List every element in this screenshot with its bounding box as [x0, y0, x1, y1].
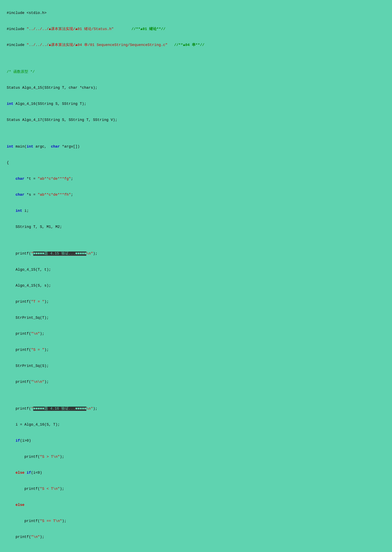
line-strprint-T: StrPrint_Sq(T); — [7, 316, 49, 320]
line-sstring-decl: SString T, S, M1, M2; — [7, 225, 62, 229]
line-strprint-S: StrPrint_Sq(S); — [7, 364, 49, 368]
line-printf-T: printf("T = "); — [7, 300, 49, 304]
line-printf-n2: printf("\n"); — [7, 535, 44, 539]
line-include-stdio: #include <stdio.h> — [7, 11, 47, 15]
line-printf-newline1: printf("\n"); — [7, 332, 44, 336]
line-include-seq: #include "../../../▲课本算法实现/▲04 串/01 Sequ… — [7, 43, 204, 47]
line-open-brace-main: { — [7, 161, 9, 165]
line-printf-415: printf("■■■■■题 4.15 验证...■■■■■\n"); — [7, 252, 97, 256]
line-algo416: i = Algo_4_16(S, T); — [7, 423, 60, 427]
line-comment-prototype: /* 函数原型 */ — [7, 70, 35, 74]
line-if-i-gt: if(i>0) — [7, 439, 31, 443]
line-int-i: int i; — [7, 209, 29, 213]
line-char-t: char *t = "ab**c*de***fg"; — [7, 177, 73, 181]
line-else-if-i-lt: else if(i<0) — [7, 471, 42, 475]
line-proto-15: Status Algo_4_15(SString T, char *chars)… — [7, 86, 97, 90]
line-char-s: char *s = "ab**c*de***fh"; — [7, 193, 73, 197]
line-printf-seq: printf("S == T\n"); — [7, 519, 66, 523]
line-printf-slt: printf("S < T\n"); — [7, 487, 64, 491]
line-else1: else — [7, 503, 24, 507]
line-algo415-t: Algo_4_15(T, t); — [7, 268, 51, 272]
line-printf-S: printf("S = "); — [7, 348, 49, 352]
line-include-status: #include "../../../▲课本算法实现/▲01 绪论/Status… — [7, 27, 165, 31]
code-container: #include <stdio.h> #include "../../../▲课… — [7, 5, 385, 552]
line-printf-416: printf("■■■■■题 4.16 验证...■■■■■\n"); — [7, 407, 97, 411]
line-printf-nn1: printf("\n\n"); — [7, 380, 49, 384]
line-proto-16: int Algo_4_16(SString S, SString T); — [7, 102, 86, 106]
line-algo415-s: Algo_4_15(S, s); — [7, 283, 51, 288]
line-printf-sgt: printf("S > T\n"); — [7, 455, 64, 459]
line-main-decl: int main(int argc, char *argv[]) — [7, 145, 80, 149]
line-proto-17: Status Algo_4_17(SString S, SString T, S… — [7, 118, 117, 122]
